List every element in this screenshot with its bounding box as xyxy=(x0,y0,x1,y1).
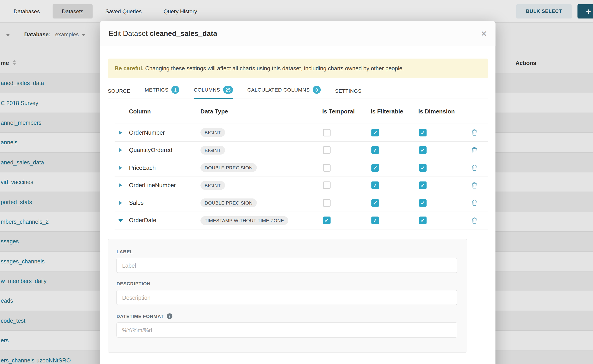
is-filterable-checkbox[interactable] xyxy=(371,217,379,224)
is-temporal-checkbox[interactable] xyxy=(323,199,330,207)
description-input[interactable] xyxy=(116,290,457,305)
is-dimension-checkbox[interactable] xyxy=(419,129,427,136)
data-type-pill: BIGINT xyxy=(200,181,225,190)
is-temporal-checkbox[interactable] xyxy=(323,164,330,172)
datetime-format-field-group: DATETIME FORMAT i xyxy=(116,313,467,337)
is-temporal-header: Is Temporal xyxy=(322,108,371,115)
delete-column-icon[interactable] xyxy=(472,200,477,206)
is-filterable-checkbox[interactable] xyxy=(371,164,379,172)
is-dimension-checkbox[interactable] xyxy=(419,199,427,207)
description-field-label: DESCRIPTION xyxy=(116,281,151,286)
is-temporal-checkbox[interactable] xyxy=(323,146,330,154)
is-filterable-checkbox[interactable] xyxy=(371,129,379,136)
expand-caret-icon[interactable] xyxy=(119,201,122,205)
columns-table-header: Column Data Type Is Temporal Is Filterab… xyxy=(115,99,488,124)
is-dimension-header: Is Dimension xyxy=(418,108,468,115)
modal-body: Be careful. Changing these settings will… xyxy=(100,46,495,352)
warning-text: Changing these settings will affect all … xyxy=(145,65,404,71)
delete-column-icon[interactable] xyxy=(472,147,477,153)
is-filterable-checkbox[interactable] xyxy=(371,146,379,154)
close-icon[interactable]: ✕ xyxy=(481,29,487,38)
expand-caret-icon[interactable] xyxy=(119,220,123,222)
tab-metrics[interactable]: METRICS 1 xyxy=(145,86,179,98)
delete-column-icon[interactable] xyxy=(472,182,477,188)
columns-table-rows: OrderNumber BIGINT QuantityOrdered BIGIN… xyxy=(108,124,488,230)
tab-count-badge: 25 xyxy=(223,86,233,94)
column-header: Column xyxy=(129,108,201,115)
is-dimension-checkbox[interactable] xyxy=(419,146,427,154)
is-temporal-checkbox[interactable] xyxy=(323,129,330,136)
tab-count-badge: 1 xyxy=(171,86,179,94)
is-filterable-checkbox[interactable] xyxy=(371,199,379,207)
tab-calculated-columns[interactable]: CALCULATED COLUMNS 0 xyxy=(247,86,321,98)
column-row: OrderLineNumber BIGINT xyxy=(115,177,488,195)
tab-columns[interactable]: COLUMNS 25 xyxy=(194,86,233,98)
is-filterable-checkbox[interactable] xyxy=(371,182,379,189)
expand-caret-icon[interactable] xyxy=(119,148,122,152)
modal-tabs: SOURCE METRICS 1 COLUMNS 25 CALCULATED C… xyxy=(108,83,488,99)
data-type-pill: TIMESTAMP WITHOUT TIME ZONE xyxy=(200,216,288,225)
column-row: Sales DOUBLE PRECISION xyxy=(115,194,488,212)
modal-header: Edit Dataset cleaned_sales_data ✕ xyxy=(100,21,495,46)
modal-title-prefix: Edit Dataset xyxy=(109,29,148,37)
is-dimension-checkbox[interactable] xyxy=(419,164,427,172)
expand-caret-icon[interactable] xyxy=(119,130,122,134)
columns-table: Column Data Type Is Temporal Is Filterab… xyxy=(108,99,488,229)
delete-column-icon[interactable] xyxy=(472,217,477,223)
dataset-name: cleaned_sales_data xyxy=(150,29,217,37)
warning-bold: Be careful. xyxy=(115,65,144,71)
tab-count-badge: 0 xyxy=(313,86,321,94)
tab-settings[interactable]: SETTINGS xyxy=(335,88,362,99)
delete-column-icon[interactable] xyxy=(472,164,477,171)
label-field-label: LABEL xyxy=(116,249,133,254)
modal-title: Edit Dataset cleaned_sales_data xyxy=(109,29,217,38)
datetime-format-input[interactable] xyxy=(116,323,457,338)
warning-banner: Be careful. Changing these settings will… xyxy=(108,59,488,78)
data-type-pill: DOUBLE PRECISION xyxy=(200,163,257,172)
is-dimension-checkbox[interactable] xyxy=(419,217,427,224)
datetime-format-field-label: DATETIME FORMAT xyxy=(116,313,164,319)
column-row: OrderNumber BIGINT xyxy=(115,124,488,142)
label-input[interactable] xyxy=(116,258,457,273)
data-type-header: Data Type xyxy=(200,108,322,115)
edit-dataset-modal: Edit Dataset cleaned_sales_data ✕ Be car… xyxy=(100,21,495,364)
app-viewport: DatabasesDatasetsSaved QueriesQuery Hist… xyxy=(0,0,593,364)
data-type-pill: DOUBLE PRECISION xyxy=(200,198,257,207)
data-type-pill: BIGINT xyxy=(200,146,225,155)
column-detail-panel: LABEL DESCRIPTION DATETIME FORMAT i xyxy=(108,239,467,352)
expand-caret-icon[interactable] xyxy=(119,166,122,169)
tab-source[interactable]: SOURCE xyxy=(108,88,130,99)
is-dimension-checkbox[interactable] xyxy=(419,182,427,189)
column-row: PriceEach DOUBLE PRECISION xyxy=(115,159,488,177)
is-temporal-checkbox[interactable] xyxy=(323,182,330,189)
data-type-pill: BIGINT xyxy=(200,128,225,137)
column-row: OrderDate TIMESTAMP WITHOUT TIME ZONE xyxy=(115,212,488,229)
column-row: QuantityOrdered BIGINT xyxy=(115,142,488,159)
delete-column-icon[interactable] xyxy=(472,130,477,136)
info-icon[interactable]: i xyxy=(167,313,172,319)
is-filterable-header: Is Filterable xyxy=(370,108,418,115)
label-field-group: LABEL xyxy=(116,249,467,273)
is-temporal-checkbox[interactable] xyxy=(323,217,330,224)
expand-caret-icon[interactable] xyxy=(119,183,122,187)
description-field-group: DESCRIPTION xyxy=(116,281,467,305)
